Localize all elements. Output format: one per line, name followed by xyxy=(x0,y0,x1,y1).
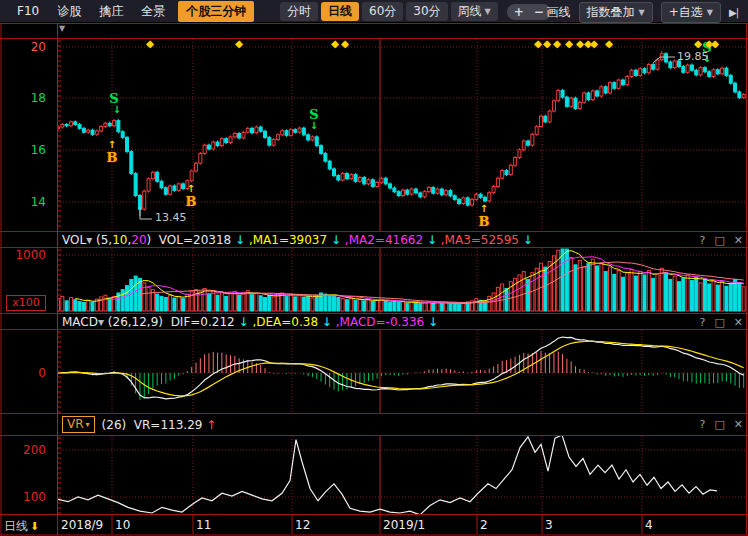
draw-line-button[interactable]: 画线 xyxy=(547,4,571,21)
period-tab-group: 分时日线60分30分周线▼+− xyxy=(280,2,551,21)
vol-window-controls: ?□✕ xyxy=(700,234,743,247)
indicator-value-segment: ,DEA=0.38 xyxy=(249,315,318,329)
indicator-value-segment: (26) VR=113.29 xyxy=(102,418,203,432)
indicator-value-segment: ▾ xyxy=(86,233,96,247)
date-label-0: 2018/9 xyxy=(61,518,103,532)
maximize-icon[interactable]: □ xyxy=(714,418,724,431)
vr-header-band: VR▾ (26) VR=113.29 ↑ ?□✕ xyxy=(0,415,748,434)
indicator-value-segment: 10 xyxy=(112,233,127,247)
x-axis-band: 日线 ⬇ 2018/91011122019/1234 xyxy=(0,517,748,535)
date-label-3: 12 xyxy=(295,518,310,532)
date-label-1: 10 xyxy=(115,518,130,532)
zoom-out-button[interactable]: − xyxy=(534,5,544,19)
date-label-4: 2019/1 xyxy=(383,518,425,532)
chevron-down-icon: ▼ xyxy=(639,8,645,17)
index-overlay-label: 指数叠加 xyxy=(587,4,635,21)
chart-dropdown-icon[interactable]: ▼ xyxy=(59,24,65,33)
period-tab-0[interactable]: 分时 xyxy=(280,2,318,21)
indicator-value-segment: MACD xyxy=(62,315,98,329)
period-indicator[interactable]: 日线 ⬇ xyxy=(4,518,39,535)
period-tab-2[interactable]: 60分 xyxy=(362,2,403,21)
indicator-value-segment: ) xyxy=(147,233,159,247)
chevron-down-icon: ▼ xyxy=(485,7,491,16)
indicator-value-segment: VOL=20318 xyxy=(159,233,231,247)
vr-indicator-label: VR▾ (26) VR=113.29 ↑ xyxy=(62,416,216,433)
indicator-value-segment: (26,12,9) xyxy=(108,315,171,329)
stock-chart-window: F10诊股擒庄全景 个股三分钟 分时日线60分30分周线▼+− 画线 指数叠加 … xyxy=(0,0,748,536)
period-label: 日线 xyxy=(4,518,28,535)
close-icon[interactable]: ✕ xyxy=(734,234,743,247)
indicator-value-segment: ↓ xyxy=(231,233,245,247)
indicator-value-segment: ,MA2=41662 xyxy=(341,233,423,247)
indicator-value-segment: VOL xyxy=(62,233,86,247)
vol-indicator-label[interactable]: VOL▾ (5,10,20) VOL=20318 ↓ ,MA1=39037 ↓ … xyxy=(62,233,533,247)
period-tab-1[interactable]: 日线 xyxy=(321,2,359,21)
toolbar-right-group: 画线 指数叠加 ▼ +自选 ▼ ▶| xyxy=(547,2,738,23)
chevron-down-icon: ▾ xyxy=(86,417,90,432)
indicator-value-segment: ↑ xyxy=(202,418,216,432)
close-icon[interactable]: ✕ xyxy=(734,316,743,329)
indicator-value-segment: 5 xyxy=(101,233,109,247)
date-label-2: 11 xyxy=(196,518,211,532)
toolbar: F10诊股擒庄全景 个股三分钟 分时日线60分30分周线▼+− 画线 指数叠加 … xyxy=(0,0,748,22)
stock-3min-button[interactable]: 个股三分钟 xyxy=(178,1,254,22)
menu-item-3[interactable]: 全景 xyxy=(132,1,174,22)
indicator-value-segment: ,MACD=-0.336 xyxy=(332,315,424,329)
maximize-icon[interactable]: □ xyxy=(714,234,724,247)
vr-line-layer xyxy=(58,435,717,515)
period-tab-3[interactable]: 30分 xyxy=(406,2,447,21)
vr-window-controls: ?□✕ xyxy=(700,418,743,431)
indicator-value-segment: DIF=0.212 xyxy=(171,315,235,329)
macd-indicator-label[interactable]: MACD▾ (26,12,9) DIF=0.212 ↓ ,DEA=0.38 ↓ … xyxy=(62,315,438,329)
chevron-down-icon: ▼ xyxy=(707,8,713,17)
candlestick-layer xyxy=(57,51,746,216)
indicator-value-segment: ↓ xyxy=(424,315,438,329)
vr-selector-button[interactable]: VR▾ xyxy=(62,416,95,433)
help-icon[interactable]: ? xyxy=(700,418,706,431)
volume-layer xyxy=(57,249,746,311)
menu-item-2[interactable]: 擒庄 xyxy=(90,1,132,22)
date-label-7: 4 xyxy=(645,518,653,532)
indicator-value-segment: 20 xyxy=(131,233,146,247)
macd-window-controls: ?□✕ xyxy=(700,316,743,329)
period-tab-4[interactable]: 周线▼ xyxy=(451,2,498,21)
maximize-icon[interactable]: □ xyxy=(714,316,724,329)
indicator-value-segment: ▾ xyxy=(98,315,108,329)
indicator-value-segment: ↓ xyxy=(423,233,437,247)
date-label-5: 2 xyxy=(480,518,488,532)
vol-header-band: VOL▾ (5,10,20) VOL=20318 ↓ ,MA1=39037 ↓ … xyxy=(0,232,748,248)
date-label-6: 3 xyxy=(545,518,553,532)
collapse-panel-icon[interactable]: ▶| xyxy=(729,7,738,18)
menu-item-0[interactable]: F10 xyxy=(8,2,48,20)
index-overlay-button[interactable]: 指数叠加 ▼ xyxy=(579,2,653,23)
menu-group: F10诊股擒庄全景 xyxy=(8,1,174,22)
indicator-value-segment: ,MA3=52595 xyxy=(437,233,519,247)
indicator-value-segment: ↓ xyxy=(519,233,533,247)
zoom-in-button[interactable]: + xyxy=(514,5,524,19)
indicator-value-segment: ,MA1=39037 xyxy=(245,233,327,247)
macd-header-band: MACD▾ (26,12,9) DIF=0.212 ↓ ,DEA=0.38 ↓ … xyxy=(0,314,748,330)
add-watchlist-button[interactable]: +自选 ▼ xyxy=(661,2,721,23)
chart-canvas xyxy=(0,0,748,536)
zoom-pill: +− xyxy=(507,4,551,20)
indicator-value-segment: ↓ xyxy=(327,233,341,247)
menu-item-1[interactable]: 诊股 xyxy=(48,1,90,22)
indicator-value-segment: ↓ xyxy=(318,315,332,329)
close-icon[interactable]: ✕ xyxy=(734,418,743,431)
help-icon[interactable]: ? xyxy=(700,234,706,247)
indicator-value-segment: ↓ xyxy=(235,315,249,329)
arrow-down-icon: ⬇ xyxy=(30,520,39,533)
help-icon[interactable]: ? xyxy=(700,316,706,329)
macd-layer xyxy=(58,337,744,400)
add-watchlist-label: +自选 xyxy=(669,4,703,21)
